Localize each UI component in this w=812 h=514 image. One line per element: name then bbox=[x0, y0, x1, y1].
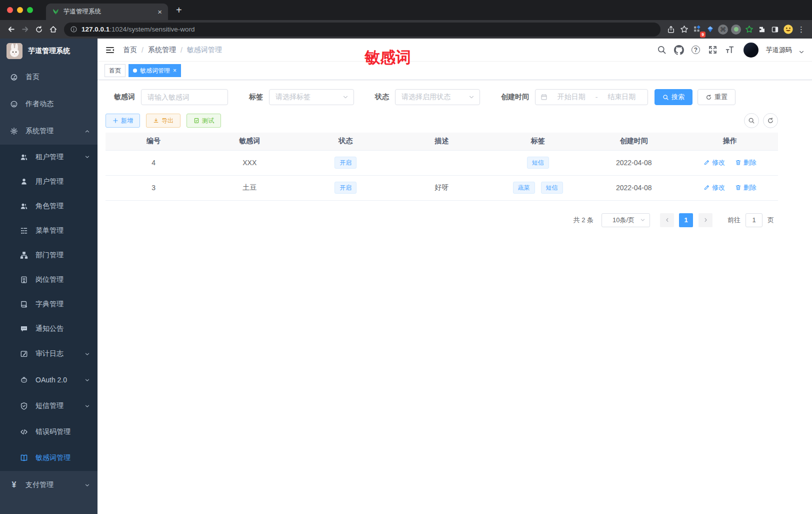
delete-link[interactable]: 删除 bbox=[735, 183, 756, 192]
filter-tag: 标签 请选择标签 bbox=[249, 89, 354, 105]
breadcrumb-home[interactable]: 首页 bbox=[123, 46, 137, 55]
sidebar-item-home[interactable]: 首页 bbox=[0, 64, 98, 91]
edit-link-label: 修改 bbox=[712, 158, 725, 167]
reset-button[interactable]: 重置 bbox=[698, 89, 736, 105]
refresh-table-button[interactable] bbox=[763, 113, 778, 128]
col-word: 敏感词 bbox=[202, 133, 298, 150]
reload-icon[interactable] bbox=[32, 23, 46, 37]
edit-pencil-icon bbox=[704, 184, 710, 191]
status-select[interactable]: 请选择启用状态 bbox=[395, 89, 480, 105]
share-icon[interactable] bbox=[664, 23, 678, 36]
header-search-icon[interactable] bbox=[656, 45, 667, 55]
maximize-window-button[interactable] bbox=[27, 7, 33, 13]
tag-sensitive-word[interactable]: 敏感词管理 × bbox=[128, 64, 181, 77]
cell-word: XXX bbox=[202, 150, 298, 175]
open-book-icon bbox=[20, 454, 28, 462]
sidebar-item-pay[interactable]: ¥ 支付管理 bbox=[0, 471, 98, 499]
page-size-select[interactable]: 10条/页 bbox=[602, 213, 650, 227]
sidebar-item-sensitive-word[interactable]: 敏感词管理 bbox=[0, 445, 98, 471]
cell-status: 开启 bbox=[298, 175, 394, 200]
tag-select[interactable]: 请选择标签 bbox=[269, 89, 354, 105]
menu-fold-icon[interactable] bbox=[105, 45, 115, 55]
pagination-total: 共 2 条 bbox=[574, 216, 594, 225]
url-bar[interactable]: 127.0.0.1:1024/system/sensitive-word bbox=[64, 23, 660, 37]
status-label: 状态 bbox=[375, 93, 389, 102]
username[interactable]: 芋道源码 bbox=[766, 46, 792, 55]
github-icon[interactable] bbox=[674, 45, 684, 55]
sidebar-item-label: 用户管理 bbox=[36, 177, 64, 186]
search-icon bbox=[662, 94, 669, 101]
breadcrumb-system[interactable]: 系统管理 bbox=[148, 46, 176, 55]
tag-close-icon[interactable]: × bbox=[173, 68, 176, 74]
prev-page-button[interactable] bbox=[660, 213, 674, 227]
tenant-users-icon bbox=[20, 153, 28, 161]
extension-grid-icon[interactable]: 9 bbox=[690, 23, 704, 36]
sidebar-item-menu[interactable]: 菜单管理 bbox=[0, 218, 98, 243]
home-icon[interactable] bbox=[46, 23, 60, 37]
sidebar-item-author-news[interactable]: 作者动态 bbox=[0, 91, 98, 118]
page-unit-label: 页 bbox=[768, 216, 774, 225]
sidebar-item-dept[interactable]: 部门管理 bbox=[0, 243, 98, 267]
side-panel-icon[interactable] bbox=[768, 23, 782, 36]
table-row: 3 土豆 开启 好呀 蔬菜 短信 2022-04-08 bbox=[106, 175, 778, 200]
date-range-picker[interactable]: 开始日期 - 结束日期 bbox=[535, 89, 648, 105]
font-size-icon[interactable] bbox=[724, 45, 735, 55]
sidebar-item-dict[interactable]: 字典管理 bbox=[0, 292, 98, 316]
forward-icon[interactable] bbox=[18, 23, 32, 37]
tab-close-icon[interactable]: × bbox=[158, 8, 162, 16]
sidebar-item-role[interactable]: 角色管理 bbox=[0, 194, 98, 218]
sidebar-item-system[interactable]: 系统管理 bbox=[0, 118, 98, 145]
search-button[interactable]: 搜索 bbox=[654, 89, 692, 105]
browser-tabstrip: 芋道管理系统 × + bbox=[0, 0, 812, 20]
status-select-placeholder: 请选择启用状态 bbox=[402, 93, 468, 102]
delete-link[interactable]: 删除 bbox=[735, 158, 756, 167]
tag-home[interactable]: 首页 bbox=[104, 64, 126, 77]
new-tab-button[interactable]: + bbox=[176, 5, 182, 15]
test-button[interactable]: 测试 bbox=[186, 114, 221, 128]
fullscreen-icon[interactable] bbox=[708, 45, 718, 55]
sidebar-item-error-code[interactable]: 错误码管理 bbox=[0, 419, 98, 445]
export-button[interactable]: 导出 bbox=[146, 114, 180, 128]
author-chat-icon bbox=[10, 100, 18, 108]
sidebar-item-label: 系统管理 bbox=[26, 127, 54, 136]
next-page-button[interactable] bbox=[698, 213, 712, 227]
close-window-button[interactable] bbox=[7, 7, 13, 13]
sidebar-item-notice[interactable]: 通知公告 bbox=[0, 316, 98, 341]
sidebar-item-audit-log[interactable]: 审计日志 bbox=[0, 341, 98, 367]
extension-star-icon[interactable] bbox=[742, 23, 756, 36]
extension-gem-icon[interactable] bbox=[704, 23, 716, 36]
download-icon bbox=[153, 118, 159, 124]
sidebar-item-sms[interactable]: 短信管理 bbox=[0, 393, 98, 419]
sidebar-item-label: 作者动态 bbox=[26, 100, 54, 109]
profile-avatar-emoji[interactable] bbox=[782, 23, 794, 36]
edit-link[interactable]: 修改 bbox=[704, 158, 725, 167]
minimize-window-button[interactable] bbox=[17, 7, 23, 13]
code-icon bbox=[20, 428, 28, 436]
sidebar-item-post[interactable]: 岗位管理 bbox=[0, 267, 98, 292]
user-avatar[interactable] bbox=[744, 43, 758, 58]
edit-link[interactable]: 修改 bbox=[704, 183, 725, 192]
back-icon[interactable] bbox=[4, 23, 18, 37]
browser-tab[interactable]: 芋道管理系统 × bbox=[46, 4, 168, 20]
extension-record-icon[interactable] bbox=[730, 23, 742, 36]
add-button[interactable]: 新增 bbox=[106, 114, 140, 128]
page-number-button[interactable]: 1 bbox=[679, 213, 693, 227]
show-search-button[interactable] bbox=[744, 113, 759, 128]
bookmark-star-icon[interactable] bbox=[678, 23, 690, 36]
browser-menu-icon[interactable]: ⋮ bbox=[794, 25, 808, 34]
extension-command-icon[interactable]: ⌘ bbox=[716, 23, 730, 36]
help-icon[interactable]: ? bbox=[690, 45, 701, 55]
extensions-puzzle-icon[interactable] bbox=[756, 23, 768, 36]
keyword-input[interactable] bbox=[141, 89, 228, 105]
table-row: 4 XXX 开启 短信 2022-04-08 修改 bbox=[106, 150, 778, 175]
edit-pencil-icon bbox=[704, 159, 710, 166]
filter-date: 创建时间 开始日期 - 结束日期 bbox=[501, 89, 648, 105]
sidebar-item-oauth[interactable]: OAuth 2.0 bbox=[0, 367, 98, 393]
goto-page-input[interactable] bbox=[746, 213, 762, 227]
site-info-icon[interactable] bbox=[70, 26, 78, 33]
sidebar-item-user[interactable]: 用户管理 bbox=[0, 169, 98, 194]
sidebar-logo[interactable]: 芋道管理系统 bbox=[0, 39, 98, 64]
sidebar-item-label: 支付管理 bbox=[26, 480, 54, 489]
col-description: 描述 bbox=[394, 133, 490, 150]
sidebar-item-tenant[interactable]: 租户管理 bbox=[0, 145, 98, 169]
